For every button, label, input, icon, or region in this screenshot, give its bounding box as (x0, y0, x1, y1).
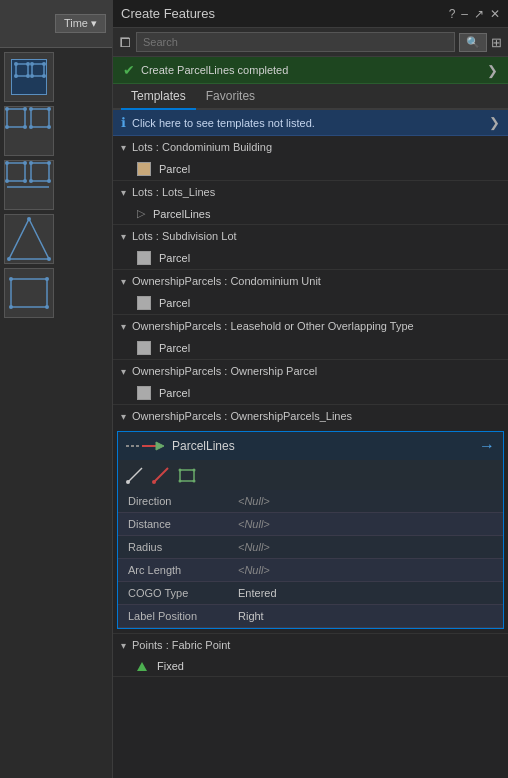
help-icon[interactable]: ? (449, 7, 456, 21)
svg-point-4 (26, 74, 30, 78)
svg-point-18 (29, 125, 33, 129)
category-own-lease: ▾ OwnershipParcels : Leasehold or Other … (113, 315, 508, 360)
attr-value-labelpos: Right (228, 605, 503, 628)
category-lots-lines: ▾ Lots : Lots_Lines ▷ ParcelLines (113, 181, 508, 225)
thumb-5[interactable] (4, 268, 54, 318)
chevron-lots-sub: ▾ (121, 231, 126, 242)
svg-rect-25 (31, 163, 49, 181)
banner-close-button[interactable]: ❯ (487, 63, 498, 78)
svg-point-51 (193, 480, 196, 483)
chevron-lots-condo: ▾ (121, 142, 126, 153)
category-header-points[interactable]: ▾ Points : Fabric Point (113, 634, 508, 656)
svg-point-46 (152, 480, 156, 484)
panel-header: Create Features ? – ↗ ✕ (113, 0, 508, 28)
info-icon: ℹ (121, 115, 126, 130)
search-input[interactable] (136, 32, 455, 52)
svg-rect-5 (32, 64, 44, 76)
item-parcellines[interactable]: ▷ ParcelLines (113, 203, 508, 224)
restore-icon[interactable]: ↗ (474, 7, 484, 21)
attr-field-distance: Distance (118, 513, 228, 536)
svg-rect-20 (7, 163, 25, 181)
item-label-parcel-own-lease: Parcel (159, 342, 190, 354)
erase-tool[interactable] (152, 466, 170, 484)
success-icon: ✔ (123, 62, 135, 78)
draw-line-tool[interactable] (126, 466, 144, 484)
item-label-parcellines: ParcelLines (153, 208, 210, 220)
time-button[interactable]: Time ▾ (55, 14, 106, 33)
attributes-table: Direction <Null> Distance <Null> Radius … (118, 490, 503, 628)
svg-point-6 (30, 62, 34, 66)
thumb-2[interactable] (4, 106, 54, 156)
category-header-own-condo[interactable]: ▾ OwnershipParcels : Condominium Unit (113, 270, 508, 292)
svg-point-7 (42, 62, 46, 66)
item-parcel-sub[interactable]: Parcel (113, 247, 508, 269)
svg-point-34 (7, 257, 11, 261)
panel-title: Create Features (121, 6, 215, 21)
filter-icon[interactable]: ⧠ (119, 35, 132, 50)
item-parcel-own-parcel[interactable]: Parcel (113, 382, 508, 404)
category-header-own-parcel[interactable]: ▾ OwnershipParcels : Ownership Parcel (113, 360, 508, 382)
chevron-own-condo: ▾ (121, 276, 126, 287)
item-parcel-condo[interactable]: Parcel (113, 158, 508, 180)
svg-point-1 (14, 62, 18, 66)
svg-point-12 (23, 107, 27, 111)
thumb-4[interactable] (4, 214, 54, 264)
parcel-icon-condo (137, 162, 151, 176)
category-header-lots-condo[interactable]: ▾ Lots : Condominium Building (113, 136, 508, 158)
minimize-icon[interactable]: – (461, 7, 468, 21)
svg-point-3 (14, 74, 18, 78)
svg-point-49 (193, 469, 196, 472)
left-panel: Time ▾ (0, 0, 113, 778)
parcel-icon-sub (137, 251, 151, 265)
item-parcel-own-condo[interactable]: Parcel (113, 292, 508, 314)
item-label-parcel-sub: Parcel (159, 252, 190, 264)
success-banner: ✔ Create ParcelLines completed ❯ (113, 57, 508, 84)
grid-icon[interactable]: ⊞ (491, 35, 502, 50)
search-button[interactable]: 🔍 (459, 33, 487, 52)
attr-field-radius: Radius (118, 536, 228, 559)
svg-rect-15 (31, 109, 49, 127)
category-points: ▾ Points : Fabric Point Fixed (113, 634, 508, 677)
chevron-own-lines: ▾ (121, 411, 126, 422)
category-header-own-lines[interactable]: ▾ OwnershipParcels : OwnershipParcels_Li… (113, 405, 508, 427)
category-label-own-lines: OwnershipParcels : OwnershipParcels_Line… (132, 410, 352, 422)
thumb-1[interactable] (4, 52, 54, 102)
chevron-own-lease: ▾ (121, 321, 126, 332)
svg-point-19 (47, 125, 51, 129)
category-header-own-lease[interactable]: ▾ OwnershipParcels : Leasehold or Other … (113, 315, 508, 337)
svg-point-21 (5, 161, 9, 165)
thumb-3[interactable] (4, 160, 54, 210)
close-icon[interactable]: ✕ (490, 7, 500, 21)
svg-point-33 (47, 257, 51, 261)
attr-field-cogotype: COGO Type (118, 582, 228, 605)
info-text: ℹ Click here to see templates not listed… (121, 115, 315, 130)
thumb-inner-1 (11, 59, 47, 95)
svg-rect-0 (16, 64, 28, 76)
svg-point-27 (47, 161, 51, 165)
selected-item-name: ParcelLines (172, 439, 235, 453)
thumb-row-5 (4, 268, 108, 318)
chevron-lots-lines: ▾ (121, 187, 126, 198)
item-label-fixed: Fixed (157, 660, 184, 672)
selected-item-header: ParcelLines → (118, 432, 503, 460)
attr-row-distance: Distance <Null> (118, 513, 503, 536)
attr-value-direction: <Null> (228, 490, 503, 513)
tab-templates[interactable]: Templates (121, 84, 196, 110)
svg-rect-47 (180, 470, 194, 481)
polygon-tool[interactable] (178, 466, 196, 484)
left-thumbnails (0, 48, 112, 322)
selected-item-arrow-icon[interactable]: → (479, 437, 495, 455)
selected-item-line-icon (126, 439, 166, 453)
content-scroll[interactable]: ▾ Lots : Condominium Building Parcel ▾ L… (113, 136, 508, 778)
category-header-lots-lines[interactable]: ▾ Lots : Lots_Lines (113, 181, 508, 203)
svg-point-32 (27, 217, 31, 221)
svg-rect-10 (7, 109, 25, 127)
attr-row-direction: Direction <Null> (118, 490, 503, 513)
item-fixed[interactable]: Fixed (113, 656, 508, 676)
category-header-lots-sub[interactable]: ▾ Lots : Subdivision Lot (113, 225, 508, 247)
tab-favorites[interactable]: Favorites (196, 84, 265, 110)
item-label-parcel-own-condo: Parcel (159, 297, 190, 309)
attr-row-cogotype: COGO Type Entered (118, 582, 503, 605)
item-parcel-own-lease[interactable]: Parcel (113, 337, 508, 359)
info-bar[interactable]: ℹ Click here to see templates not listed… (113, 110, 508, 136)
